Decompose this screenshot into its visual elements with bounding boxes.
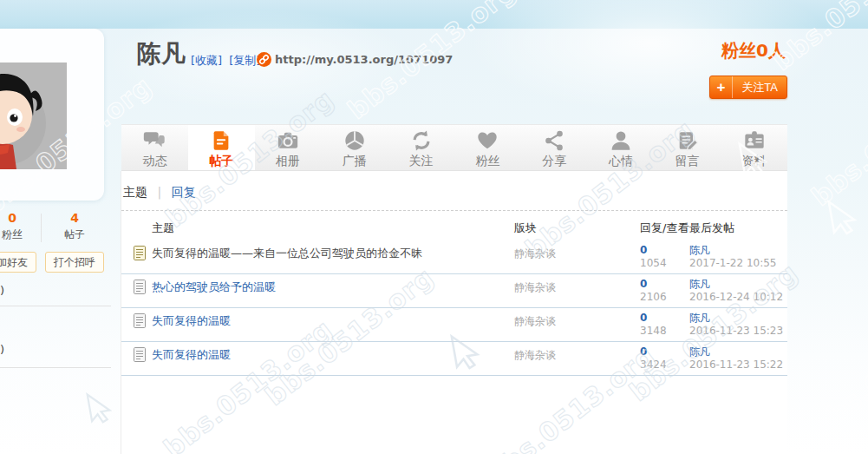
tab-updates[interactable]: 动态	[121, 125, 188, 170]
profile-sidebar: 0 粉丝 4 帖子 加好友 打个招呼 ) )	[0, 0, 121, 454]
plus-icon: +	[710, 76, 733, 98]
sidebar-divider	[0, 306, 111, 306]
site-watermark: bbs.0513.org	[806, 62, 868, 212]
stats-divider	[41, 214, 42, 242]
last-post-time: 2017-1-22 10:55	[689, 257, 777, 270]
table-header: 主题 版块 回复/查看 最后发帖	[121, 214, 787, 240]
tab-label: 资料	[742, 154, 767, 169]
view-count: 3424	[640, 359, 667, 372]
posts-table: 失而复得的温暖——来自一位总公司驾驶员的拾金不昧 静海杂谈 0 1054 陈凡 …	[121, 240, 787, 376]
replies-views: 0 3148	[640, 312, 667, 338]
header-actions: [收藏] [复制]	[191, 53, 264, 69]
note-pencil-icon	[676, 129, 699, 152]
tab-label: 分享	[542, 154, 566, 169]
refresh-arrows-icon	[410, 129, 433, 152]
fans-count-banner: 粉丝0人	[721, 39, 786, 63]
fans-label: 粉丝	[0, 227, 35, 242]
tab-label: 粉丝	[475, 154, 499, 169]
reply-count-link[interactable]: 0	[640, 312, 667, 325]
person-icon	[610, 129, 632, 152]
subnav-separator: |	[157, 185, 161, 199]
thread-icon	[134, 280, 146, 294]
thread-icon	[134, 246, 146, 260]
forum-link[interactable]: 静海杂谈	[514, 348, 556, 363]
sidebar-divider	[0, 367, 111, 368]
chat-bubbles-icon	[143, 129, 166, 152]
posts-panel: 主题 | 回复 主题 版块 回复/查看 最后发帖 失而复得的温暖——来自一位总公…	[121, 171, 787, 454]
tab-label: 留言	[675, 154, 700, 169]
thread-title-link[interactable]: 失而复得的温暖——来自一位总公司驾驶员的拾金不昧	[152, 246, 422, 261]
tab-broadcast[interactable]: 广播	[321, 125, 388, 170]
table-row: 热心的驾驶员给予的温暖 静海杂谈 0 2106 陈凡 2016-12-24 10…	[121, 274, 787, 308]
cursor-arrow-watermark	[825, 192, 868, 238]
posts-subnav: 主题 | 回复	[123, 185, 196, 201]
follow-button-label: 关注TA	[733, 76, 786, 98]
view-count: 3148	[640, 325, 667, 338]
camera-icon	[277, 129, 299, 152]
tab-label: 动态	[142, 154, 166, 169]
avatar-cartoon-image	[0, 63, 67, 169]
replies-views: 0 1054	[640, 244, 667, 270]
tab-label: 帖子	[209, 154, 233, 169]
last-post-info: 陈凡 2016-11-23 15:23	[689, 312, 783, 338]
tab-posts[interactable]: 帖子	[188, 125, 255, 170]
last-post-info: 陈凡 2016-11-23 15:22	[689, 345, 783, 372]
header-replies-views: 回复/查看	[640, 220, 689, 236]
thread-icon	[134, 347, 146, 362]
truncated-section-label: )	[0, 284, 4, 297]
table-row: 失而复得的温暖——来自一位总公司驾驶员的拾金不昧 静海杂谈 0 1054 陈凡 …	[121, 240, 787, 274]
reply-count-link[interactable]: 0	[640, 345, 667, 359]
profile-header: 陈凡 [收藏] [复制] http://my.0513.org/1071097 …	[121, 29, 787, 124]
site-watermark: bbs.0513.org	[806, 292, 868, 442]
space-url[interactable]: http://my.0513.org/1071097	[275, 53, 453, 66]
main-content: 陈凡 [收藏] [复制] http://my.0513.org/1071097 …	[121, 29, 787, 454]
forum-link[interactable]: 静海杂谈	[514, 314, 556, 329]
user-name: 陈凡	[137, 37, 186, 70]
thread-title-link[interactable]: 热心的驾驶员给予的温暖	[152, 280, 276, 295]
tab-messages[interactable]: 留言	[654, 125, 721, 170]
dashed-divider	[121, 210, 787, 211]
subnav-topics[interactable]: 主题	[123, 185, 147, 199]
last-post-info: 陈凡 2016-12-24 10:12	[689, 278, 783, 304]
view-count: 2106	[640, 291, 667, 304]
forum-link[interactable]: 静海杂谈	[514, 280, 556, 295]
tab-profile-info[interactable]: 资料	[721, 125, 787, 170]
last-poster-link[interactable]: 陈凡	[689, 312, 710, 324]
tab-following[interactable]: 关注	[388, 125, 454, 170]
link-icon	[257, 52, 271, 67]
sky-top-band	[0, 0, 868, 29]
reply-count-link[interactable]: 0	[640, 278, 667, 291]
tab-label: 心情	[609, 154, 633, 169]
subnav-replies[interactable]: 回复	[172, 185, 196, 199]
tab-label: 广播	[343, 154, 367, 169]
favorite-link[interactable]: [收藏]	[191, 54, 222, 67]
last-poster-link[interactable]: 陈凡	[689, 244, 710, 256]
last-post-time: 2016-12-24 10:12	[689, 291, 783, 304]
avatar[interactable]	[0, 63, 67, 169]
document-icon	[210, 129, 232, 152]
last-post-time: 2016-11-23 15:22	[689, 359, 783, 372]
thread-title-link[interactable]: 失而复得的温暖	[152, 347, 231, 363]
say-hi-button[interactable]: 打个招呼	[45, 252, 104, 273]
id-card-icon	[743, 129, 766, 152]
reply-count-link[interactable]: 0	[640, 244, 667, 257]
posts-count: 4	[52, 211, 97, 225]
tab-mood[interactable]: 心情	[588, 125, 655, 170]
last-poster-link[interactable]: 陈凡	[689, 278, 710, 290]
posts-label: 帖子	[52, 227, 97, 242]
forum-link[interactable]: 静海杂谈	[514, 247, 556, 261]
thread-icon	[134, 313, 146, 328]
truncated-section-label: )	[0, 343, 4, 356]
stat-posts[interactable]: 4 帖子	[52, 211, 97, 242]
tab-share[interactable]: 分享	[521, 125, 588, 170]
tab-albums[interactable]: 相册	[255, 125, 322, 170]
follow-button[interactable]: + 关注TA	[709, 76, 787, 99]
stat-fans[interactable]: 0 粉丝	[0, 211, 35, 242]
thread-title-link[interactable]: 失而复得的温暖	[152, 313, 231, 329]
tab-fans[interactable]: 粉丝	[454, 125, 521, 170]
add-friend-button[interactable]: 加好友	[0, 252, 36, 273]
table-row: 失而复得的温暖 静海杂谈 0 3148 陈凡 2016-11-23 15:23	[121, 308, 787, 342]
globe-icon	[343, 129, 366, 152]
profile-tabs: 动态 帖子 相册 广播 关注 粉丝 分享 心情	[121, 124, 787, 171]
last-poster-link[interactable]: 陈凡	[689, 345, 710, 358]
